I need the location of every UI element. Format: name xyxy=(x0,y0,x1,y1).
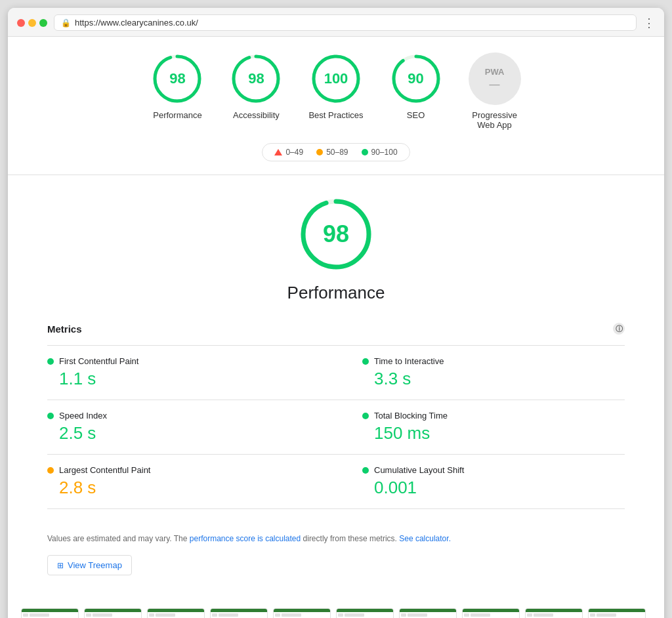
score-item-performance: 98 Performance xyxy=(151,52,203,120)
score-label-seo: SEO xyxy=(407,110,425,120)
lock-icon: 🔒 xyxy=(61,18,71,28)
metric-dot-lcp xyxy=(47,467,54,474)
metric-name-fcp: First Contentful Paint xyxy=(59,356,138,366)
maximize-dot[interactable] xyxy=(39,19,47,27)
disclaimer-text-before: Values are estimated and may vary. The xyxy=(47,534,190,543)
browser-chrome: 🔒 https://www.clearycanines.co.uk/ ⋮ xyxy=(8,8,664,37)
score-item-best-practices: 100 Best Practices xyxy=(308,52,363,120)
metric-dot-fcp xyxy=(47,358,54,365)
main-score-circle: 98 xyxy=(297,195,375,274)
thumbnail-item: Cleary Canines xyxy=(21,608,79,618)
metric-item-lcp: Largest Contentful Paint 2.8 s xyxy=(47,455,336,509)
disclaimer: Values are estimated and may vary. The p… xyxy=(47,533,625,545)
metric-label-row-lcp: Largest Contentful Paint xyxy=(47,465,310,475)
view-treemap-button[interactable]: ⊞ View Treemap xyxy=(47,555,132,575)
browser-window: 🔒 https://www.clearycanines.co.uk/ ⋮ 98 xyxy=(8,8,664,618)
metric-item-cls: Cumulative Layout Shift 0.001 xyxy=(336,455,625,509)
metrics-title: Metrics ⓘ xyxy=(47,323,625,335)
metrics-info-icon[interactable]: ⓘ xyxy=(613,323,625,335)
metric-dot-tbt xyxy=(362,413,369,419)
metric-item-tti: Time to Interactive 3.3 s xyxy=(336,346,625,400)
metric-value-tti: 3.3 s xyxy=(362,369,625,389)
thumbnails-section: Cleary Canines Cleary Canines xyxy=(8,602,664,618)
legend-range-green: 90–100 xyxy=(371,148,398,157)
score-number-accessibility: 98 xyxy=(248,70,264,87)
performance-score-link[interactable]: performance score is calculated xyxy=(190,534,301,543)
score-circle-best-practices: 100 xyxy=(310,52,362,105)
metric-item-fcp: First Contentful Paint 1.1 s xyxy=(47,346,336,400)
metric-name-cls: Cumulative Layout Shift xyxy=(374,465,464,475)
score-circle-seo: 90 xyxy=(390,52,442,105)
score-item-pwa: PWA — ProgressiveWeb App xyxy=(469,52,521,130)
view-treemap-label: View Treemap xyxy=(68,560,122,570)
metric-name-lcp: Largest Contentful Paint xyxy=(59,465,150,475)
legend-item-orange: 50–89 xyxy=(316,148,348,157)
metric-item-tbt: Total Blocking Time 150 ms xyxy=(336,400,625,455)
metric-value-tbt: 150 ms xyxy=(362,423,625,443)
thumbnail-item: Cleary Canines xyxy=(147,608,205,618)
score-item-seo: 90 SEO xyxy=(390,52,442,120)
main-section: 98 Performance Metrics ⓘ First Contentfu… xyxy=(8,175,664,602)
main-score-title: Performance xyxy=(287,283,385,303)
scores-section: 98 Performance 98 Accessibility xyxy=(8,37,664,175)
metric-name-tti: Time to Interactive xyxy=(374,356,444,366)
metric-dot-si xyxy=(47,413,54,419)
address-bar[interactable]: 🔒 https://www.clearycanines.co.uk/ xyxy=(54,14,637,31)
thumbnail-item: Cleary Canines xyxy=(525,608,583,618)
legend: 0–49 50–89 90–100 xyxy=(262,143,410,161)
legend-triangle-icon xyxy=(274,149,282,155)
metric-dot-cls xyxy=(362,467,369,474)
metric-label-row-cls: Cumulative Layout Shift xyxy=(362,465,625,475)
metric-value-si: 2.5 s xyxy=(47,423,310,443)
metric-item-si: Speed Index 2.5 s xyxy=(47,400,336,455)
browser-dots xyxy=(17,19,47,27)
treemap-icon: ⊞ xyxy=(57,561,64,570)
score-circle-performance: 98 xyxy=(151,52,203,105)
thumbnail-item: Cleary Canines xyxy=(273,608,331,618)
legend-range-orange: 50–89 xyxy=(326,148,348,157)
main-score-container: 98 Performance xyxy=(47,195,625,303)
legend-dot-orange xyxy=(316,149,323,155)
metric-name-tbt: Total Blocking Time xyxy=(374,411,448,421)
score-label-pwa: ProgressiveWeb App xyxy=(472,110,517,130)
score-item-accessibility: 98 Accessibility xyxy=(230,52,282,120)
score-number-performance: 98 xyxy=(169,70,185,87)
score-circle-accessibility: 98 xyxy=(230,52,282,105)
thumbnail-item: Cleary Canines xyxy=(399,608,457,618)
pwa-dash: — xyxy=(490,79,500,91)
metric-label-row-tbt: Total Blocking Time xyxy=(362,411,625,421)
metric-value-lcp: 2.8 s xyxy=(47,478,310,498)
minimize-dot[interactable] xyxy=(28,19,36,27)
thumbnail-item: Cleary Canines xyxy=(336,608,394,618)
legend-item-red: 0–49 xyxy=(274,148,303,157)
thumbnail-item: Cleary Canines xyxy=(84,608,142,618)
metric-value-fcp: 1.1 s xyxy=(47,369,310,389)
browser-menu-icon[interactable]: ⋮ xyxy=(643,16,655,30)
score-label-performance: Performance xyxy=(153,110,201,120)
main-score-number: 98 xyxy=(323,220,349,248)
score-label-best-practices: Best Practices xyxy=(308,110,363,120)
metric-value-cls: 0.001 xyxy=(362,478,625,498)
legend-range-red: 0–49 xyxy=(285,148,303,157)
legend-item-green: 90–100 xyxy=(362,148,398,157)
scores-row: 98 Performance 98 Accessibility xyxy=(151,52,520,130)
metric-label-row-si: Speed Index xyxy=(47,411,310,421)
score-number-seo: 90 xyxy=(408,70,423,87)
thumbnail-item: Cleary Canines xyxy=(462,608,520,618)
score-number-best-practices: 100 xyxy=(324,70,348,87)
disclaimer-text-middle: directly from these metrics. xyxy=(301,534,399,543)
close-dot[interactable] xyxy=(17,19,25,27)
calculator-link[interactable]: See calculator. xyxy=(399,534,451,543)
thumbnail-item: Cleary Canines xyxy=(210,608,268,618)
thumbnail-item: Cleary Canines xyxy=(588,608,646,618)
metrics-grid: First Contentful Paint 1.1 s Time to Int… xyxy=(47,345,625,509)
score-label-accessibility: Accessibility xyxy=(233,110,280,120)
metric-label-row-fcp: First Contentful Paint xyxy=(47,356,310,366)
pwa-circle: PWA — xyxy=(469,52,521,105)
metric-name-si: Speed Index xyxy=(59,411,107,421)
metric-dot-tti xyxy=(362,358,369,365)
metric-label-row-tti: Time to Interactive xyxy=(362,356,625,366)
pwa-text: PWA xyxy=(485,67,505,77)
metrics-section: Metrics ⓘ First Contentful Paint 1.1 s xyxy=(47,323,625,522)
page-content: 98 Performance 98 Accessibility xyxy=(8,37,664,618)
